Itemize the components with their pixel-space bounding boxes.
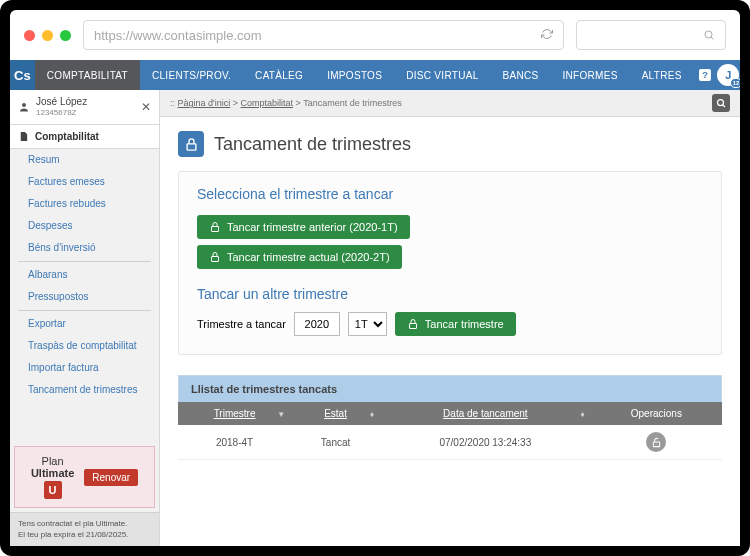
sidebar: José López 12345678Z ✕ Comptabilitat Res…: [10, 90, 160, 546]
lock-icon: [209, 221, 221, 233]
plan-name: Ultimate: [31, 467, 74, 479]
renew-button[interactable]: Renovar: [84, 469, 138, 486]
sidebar-item[interactable]: Factures rebudes: [10, 193, 159, 215]
nav-cataleg[interactable]: CATÀLEG: [243, 60, 315, 90]
search-icon: [703, 29, 715, 41]
nav-informes[interactable]: INFORMES: [550, 60, 629, 90]
user-avatar[interactable]: J 12: [717, 60, 740, 90]
sidebar-item[interactable]: Resum: [10, 149, 159, 171]
sidebar-item[interactable]: Albarans: [10, 264, 159, 286]
app-logo[interactable]: Cs: [10, 60, 35, 90]
document-icon: [18, 131, 29, 142]
sidebar-item[interactable]: Pressupostos: [10, 286, 159, 308]
sort-icon: ♦: [370, 409, 374, 418]
section-select-heading: Selecciona el trimestre a tancar: [197, 186, 703, 202]
sidebar-item[interactable]: Exportar: [10, 313, 159, 335]
sidebar-item[interactable]: Importar factura: [10, 357, 159, 379]
browser-chrome: https://www.contasimple.com: [10, 10, 740, 60]
user-icon: [18, 101, 30, 113]
refresh-icon[interactable]: [541, 28, 553, 43]
year-input[interactable]: [294, 312, 340, 336]
nav-altres[interactable]: ALTRES: [630, 60, 694, 90]
col-trimestre[interactable]: Trimestre▼: [178, 402, 291, 425]
close-previous-quarter-button[interactable]: Tancar trimestre anterior (2020-1T): [197, 215, 410, 239]
svg-point-0: [705, 31, 712, 38]
page-title: Tancament de trimestres: [214, 134, 411, 155]
crumb-section[interactable]: Comptabilitat: [241, 98, 294, 108]
quarter-label: Trimestre a tancar: [197, 318, 286, 330]
chrome-search-box[interactable]: [576, 20, 726, 50]
sidebar-item[interactable]: Factures emeses: [10, 171, 159, 193]
svg-rect-5: [187, 143, 196, 149]
col-estat[interactable]: Estat♦: [291, 402, 380, 425]
cell-trimestre: 2018-4T: [178, 425, 291, 460]
section-other-heading: Tancar un altre trimestre: [197, 286, 703, 302]
user-id: 12345678Z: [36, 108, 135, 118]
window-min-dot[interactable]: [42, 30, 53, 41]
window-max-dot[interactable]: [60, 30, 71, 41]
breadcrumb: :: Pàgina d'inici > Comptabilitat > Tanc…: [160, 90, 740, 117]
svg-rect-8: [409, 324, 416, 329]
sort-icon: ♦: [581, 409, 585, 418]
search-button[interactable]: [712, 94, 730, 112]
user-name: José López: [36, 96, 135, 108]
cell-estat: Tancat: [291, 425, 380, 460]
close-icon[interactable]: ✕: [141, 100, 151, 114]
col-data[interactable]: Data de tancament♦: [380, 402, 591, 425]
crumb-current: Tancament de trimestres: [303, 98, 402, 108]
sidebar-section-header: Comptabilitat: [10, 125, 159, 149]
user-card: José López 12345678Z ✕: [10, 90, 159, 125]
main-content: :: Pàgina d'inici > Comptabilitat > Tanc…: [160, 90, 740, 546]
sort-desc-icon: ▼: [277, 409, 285, 418]
close-quarter-button[interactable]: Tancar trimestre: [395, 312, 516, 336]
plan-label: Plan: [31, 455, 74, 467]
url-text: https://www.contasimple.com: [94, 28, 262, 43]
closed-quarters-table: Trimestre▼ Estat♦ Data de tancament♦ Ope…: [178, 402, 722, 460]
quarter-select[interactable]: 1T: [348, 312, 387, 336]
unlock-button[interactable]: [646, 432, 666, 452]
nav-disc[interactable]: DISC VIRTUAL: [394, 60, 490, 90]
lock-icon: [178, 131, 204, 157]
close-current-quarter-button[interactable]: Tancar trimestre actual (2020-2T): [197, 245, 402, 269]
table-caption: Llistat de trimestres tancats: [178, 375, 722, 402]
sidebar-item[interactable]: Despeses: [10, 215, 159, 237]
cell-ops: [591, 425, 722, 460]
avatar-badge: 12: [730, 78, 740, 88]
unlock-icon: [651, 437, 662, 448]
top-nav: Cs COMPTABILITAT CLIENTS/PROV. CATÀLEG I…: [10, 60, 740, 90]
svg-point-3: [22, 103, 26, 107]
nav-impostos[interactable]: IMPOSTOS: [315, 60, 394, 90]
panel-actions: Selecciona el trimestre a tancar Tancar …: [178, 171, 722, 355]
svg-point-4: [718, 100, 724, 106]
svg-text:?: ?: [702, 70, 708, 80]
url-bar[interactable]: https://www.contasimple.com: [83, 20, 564, 50]
plan-box: Plan Ultimate U Renovar: [14, 446, 155, 508]
lock-icon: [407, 318, 419, 330]
plan-badge: U: [44, 481, 62, 499]
svg-rect-7: [212, 257, 219, 262]
crumb-home[interactable]: Pàgina d'inici: [178, 98, 231, 108]
table-row: 2018-4T Tancat 07/02/2020 13:24:33: [178, 425, 722, 460]
nav-comptabilitat[interactable]: COMPTABILITAT: [35, 60, 140, 90]
nav-bancs[interactable]: BANCS: [491, 60, 551, 90]
nav-clients[interactable]: CLIENTS/PROV.: [140, 60, 243, 90]
help-icon[interactable]: ?: [694, 60, 717, 90]
sidebar-item[interactable]: Béns d'inversió: [10, 237, 159, 259]
plan-footer: Tens contractat el pla Ultimate. El teu …: [10, 512, 159, 546]
lock-icon: [209, 251, 221, 263]
cell-date: 07/02/2020 13:24:33: [380, 425, 591, 460]
svg-rect-6: [212, 227, 219, 232]
sidebar-item[interactable]: Traspàs de comptabilitat: [10, 335, 159, 357]
sidebar-item[interactable]: Tancament de trimestres: [10, 379, 159, 401]
window-close-dot[interactable]: [24, 30, 35, 41]
col-operacions: Operacions: [591, 402, 722, 425]
svg-rect-9: [653, 442, 659, 447]
